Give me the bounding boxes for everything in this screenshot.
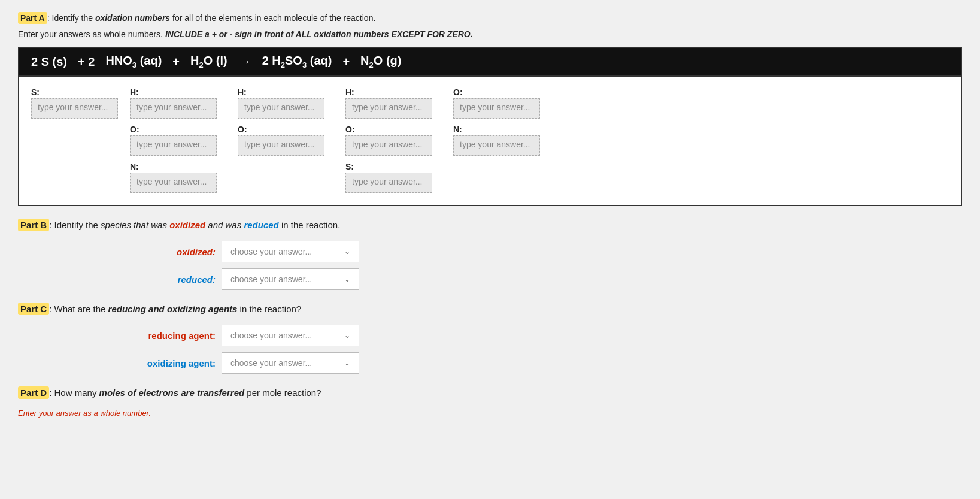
part-d-italic: moles of electrons are transferred [99,388,245,398]
reduced-row: reduced: choose your answer... ⌄ [18,268,962,290]
part-d-sub: Enter your answer as a whole number. [18,409,962,418]
col-hno3: H: type your answer... O: type your answ… [124,84,232,195]
part-c-section: Part C: What are the reducing and oxidiz… [18,302,962,374]
part-a-label: Part A [18,12,47,24]
part-a-text1: : Identify the [47,13,95,23]
compound-4: 2 H2SO3 (aq) [262,54,332,69]
part-d-instructions: Part D: How many moles of electrons are … [18,386,962,400]
reducing-agent-placeholder: choose your answer... [230,331,312,340]
h3-input[interactable]: type your answer... [238,98,324,119]
o4-input[interactable]: type your answer... [345,135,432,156]
plus-1: + 2 [78,55,95,69]
h4-label: H: [345,87,354,97]
part-a-instructions: Part A: Identify the oxidation numbers f… [18,12,962,25]
s-label: S: [31,87,40,97]
col-n2o: O: type your answer... N: type your answ… [447,84,555,158]
part-b-section: Part B: Identify the species that was ox… [18,218,962,290]
col-h2so3: H: type your answer... O: type your answ… [339,84,447,195]
part-a-line2: Enter your answers as whole numbers. [18,29,165,39]
part-c-label: Part C [18,303,49,315]
part-c-instructions: Part C: What are the reducing and oxidiz… [18,302,962,316]
oxidizing-agent-row: oxidizing agent: choose your answer... ⌄ [18,352,962,374]
compound-5: N2O (g) [360,54,401,69]
oxidized-select[interactable]: choose your answer... ⌄ [222,241,359,262]
part-d-section: Part D: How many moles of electrons are … [18,386,962,418]
oxidizing-agent-label: oxidizing agent: [138,358,216,368]
o5-label: O: [453,87,463,97]
reducing-agent-select[interactable]: choose your answer... ⌄ [222,325,359,346]
h4-input[interactable]: type your answer... [345,98,432,119]
s1-input[interactable]: type your answer... [31,98,118,119]
part-a-text2: for all of the elements in each molecule… [170,13,375,23]
compound-3: H2O (l) [190,54,227,69]
oxidizing-chevron-icon: ⌄ [344,359,350,367]
part-d-label: Part D [18,386,49,399]
part-b-label: Part B [18,219,49,231]
oxidizing-agent-placeholder: choose your answer... [230,358,312,368]
h2-input[interactable]: type your answer... [130,98,217,119]
reduced-text: reduced [244,220,278,230]
reaction-bar: 2 S (s) + 2 HNO3 (aq) + H2O (l) → 2 H2SO… [18,47,962,77]
reduced-label: reduced: [138,274,216,285]
part-a-bold1: oxidation numbers [95,13,170,23]
o2-label: O: [130,125,139,134]
reducing-agent-label: reducing agent: [138,331,216,341]
n2-label: N: [130,162,139,171]
plus-2: + [172,55,180,69]
oxidized-placeholder: choose your answer... [230,247,312,256]
arrow: → [238,54,251,69]
col-2s: S: type your answer... [25,84,124,121]
o3-input[interactable]: type your answer... [238,135,324,156]
h2-label: H: [130,87,139,97]
reduced-select[interactable]: choose your answer... ⌄ [222,268,359,290]
compound-2: HNO3 (aq) [105,54,162,69]
n2-input[interactable]: type your answer... [130,173,217,193]
oxidized-label: oxidized: [138,247,216,257]
part-b-instructions: Part B: Identify the species that was ox… [18,218,962,232]
oxidizing-agent-select[interactable]: choose your answer... ⌄ [222,352,359,374]
o3-label: O: [238,125,247,134]
n5-input[interactable]: type your answer... [453,135,540,156]
oxidized-chevron-icon: ⌄ [344,247,350,256]
compound-1: 2 S (s) [31,55,67,69]
answer-area: S: type your answer... H: type your answ… [18,77,962,206]
reducing-chevron-icon: ⌄ [344,331,350,340]
h3-label: H: [238,87,247,97]
part-a-underline: INCLUDE a + or - sign in front of ALL ox… [165,29,473,39]
oxidized-row: oxidized: choose your answer... ⌄ [18,241,962,262]
col-h2o: H: type your answer... O: type your answ… [232,84,339,158]
o5-input[interactable]: type your answer... [453,98,540,119]
reduced-chevron-icon: ⌄ [344,275,350,283]
o4-label: O: [345,125,355,134]
oxidized-text: oxidized [169,220,205,230]
n5-label: N: [453,125,462,134]
reduced-placeholder: choose your answer... [230,274,312,284]
part-a-instructions2: Enter your answers as whole numbers. INC… [18,28,962,41]
part-c-italic: reducing and oxidizing agents [108,304,238,314]
s4-input[interactable]: type your answer... [345,173,432,193]
s4-label: S: [345,162,354,171]
reducing-agent-row: reducing agent: choose your answer... ⌄ [18,325,962,346]
plus-3: + [342,55,350,69]
o2-input[interactable]: type your answer... [130,135,217,156]
